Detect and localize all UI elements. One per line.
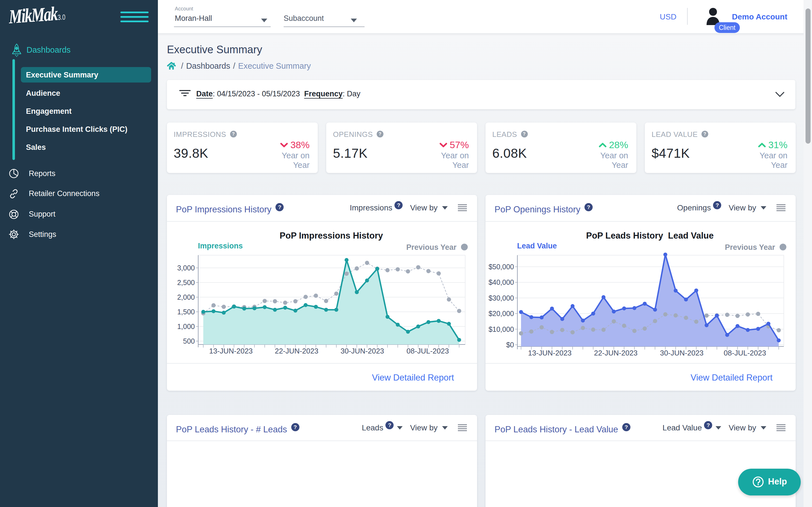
svg-text:1,500: 1,500 — [177, 308, 195, 316]
svg-text:13-JUN-2023: 13-JUN-2023 — [209, 347, 253, 355]
svg-text:1,000: 1,000 — [177, 323, 195, 330]
svg-text:$40,000: $40,000 — [489, 278, 514, 286]
svg-text:500: 500 — [183, 337, 195, 345]
svg-text:30-JUN-2023: 30-JUN-2023 — [660, 349, 704, 357]
svg-text:PoP Leads History Lead Value: PoP Leads History Lead Value — [586, 231, 714, 240]
svg-text:2,500: 2,500 — [177, 279, 195, 286]
svg-text:3,000: 3,000 — [177, 264, 195, 272]
svg-text:$50,000: $50,000 — [489, 263, 514, 271]
svg-text:$30,000: $30,000 — [489, 294, 514, 302]
svg-text:30-JUN-2023: 30-JUN-2023 — [341, 347, 384, 355]
svg-text:$20,000: $20,000 — [489, 309, 514, 318]
svg-text:22-JUN-2023: 22-JUN-2023 — [594, 349, 638, 357]
svg-text:$10,000: $10,000 — [489, 325, 514, 333]
svg-text:22-JUN-2023: 22-JUN-2023 — [275, 347, 319, 355]
svg-text:13-JUN-2023: 13-JUN-2023 — [528, 349, 572, 357]
svg-text:2,000: 2,000 — [177, 293, 195, 301]
svg-text:Previous Year: Previous Year — [725, 243, 775, 251]
svg-text:Impressions: Impressions — [198, 242, 243, 250]
svg-text:Lead Value: Lead Value — [517, 242, 557, 250]
svg-text:08-JUL-2023: 08-JUL-2023 — [407, 347, 449, 355]
svg-text:Previous Year: Previous Year — [406, 243, 457, 251]
svg-text:PoP Impressions History: PoP Impressions History — [280, 231, 383, 240]
svg-text:08-JUL-2023: 08-JUL-2023 — [724, 349, 766, 357]
svg-text:$0: $0 — [506, 341, 514, 349]
